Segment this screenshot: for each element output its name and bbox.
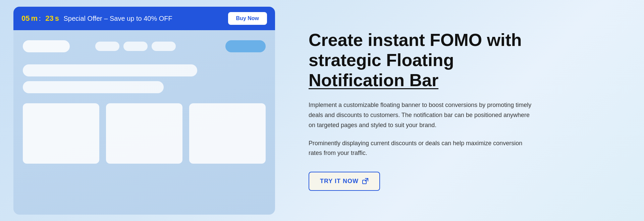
mockup-hero-line-1 — [23, 64, 197, 76]
timer-seconds-label: s — [55, 14, 59, 23]
notification-bar: 05m: 23s Special Offer – Save up to 40% … — [13, 7, 275, 30]
heading-line-2: strategic Floating — [309, 50, 454, 70]
timer-minutes-label: m — [31, 14, 38, 23]
heading-line-3: Notification Bar — [309, 70, 438, 90]
mockup-nav-link-2 — [123, 42, 148, 51]
content-panel: Create instant FOMO with strategic Float… — [288, 17, 644, 204]
description-1: Implement a customizable floating banner… — [309, 100, 537, 130]
description-2: Prominently displaying current discounts… — [309, 139, 537, 158]
main-heading: Create instant FOMO with strategic Float… — [309, 30, 617, 90]
mockup-nav-link-1 — [95, 42, 119, 51]
mockup-cards — [23, 103, 266, 164]
try-now-label: TRY IT NOW — [320, 178, 359, 185]
mockup-nav-link-3 — [152, 42, 176, 51]
buy-now-button[interactable]: Buy Now — [228, 12, 267, 25]
mockup-card-1 — [23, 103, 99, 164]
offer-text: Special Offer – Save up to 40% OFF — [63, 15, 172, 22]
mockup-panel: 05m: 23s Special Offer – Save up to 40% … — [13, 7, 275, 215]
mockup-logo — [23, 40, 70, 52]
try-now-button[interactable]: TRY IT NOW — [309, 172, 380, 191]
heading-line-1: Create instant FOMO with — [309, 30, 522, 50]
mockup-nav-cta — [225, 40, 266, 52]
mockup-navbar — [23, 40, 266, 52]
external-link-icon — [362, 178, 369, 184]
timer-colon: : — [39, 15, 41, 22]
mockup-card-2 — [106, 103, 182, 164]
mockup-body — [13, 30, 275, 174]
mockup-card-3 — [189, 103, 266, 164]
timer-minutes: 05 — [21, 14, 30, 23]
mockup-nav-links — [95, 42, 176, 51]
timer-seconds: 23 — [45, 14, 53, 23]
mockup-hero — [23, 64, 266, 93]
notification-bar-text: 05m: 23s Special Offer – Save up to 40% … — [21, 14, 172, 23]
mockup-hero-line-2 — [23, 81, 164, 93]
